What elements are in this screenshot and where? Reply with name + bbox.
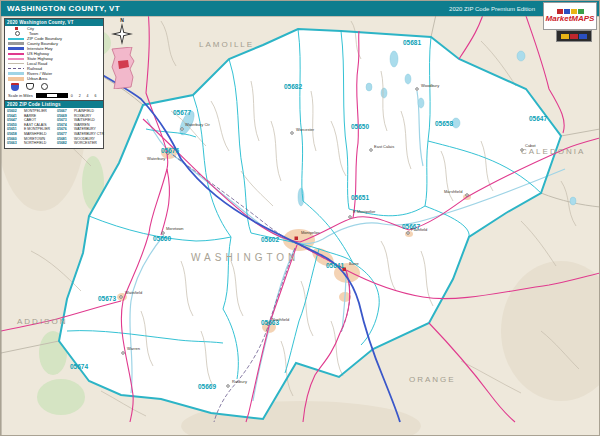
compass-rose: N — [111, 18, 133, 49]
scale-ticks: 0246 — [71, 94, 97, 98]
legend-item-label: Urban Area — [27, 76, 47, 81]
zip-listing-table: 05602MONTPELIER05667PLAINFIELD 05641BARR… — [5, 108, 103, 148]
local-road-swatch — [8, 63, 24, 64]
edition-label: 2020 ZIP Code Premium Edition — [449, 6, 535, 12]
interstate-shield-icon — [11, 83, 19, 91]
map-title: WASHINGTON COUNTY, VT — [7, 4, 120, 13]
state-highway-shield-icon — [41, 83, 48, 90]
county-boundary-swatch — [8, 42, 24, 45]
map-sheet: LAMOILLE CALEDONIA ADDISON ORANGE WASHIN… — [0, 0, 600, 436]
water-swatch — [8, 72, 24, 75]
scale-bar-graphic — [36, 93, 68, 98]
town-swatch — [15, 31, 20, 36]
interstate-swatch — [8, 47, 24, 50]
zip-listing-title: 2020 ZIP Code Listings — [5, 101, 103, 108]
title-bar: WASHINGTON COUNTY, VT 2020 ZIP Code Prem… — [1, 1, 599, 16]
legend-panel: 2020 Washington County, VT City Town ZIP… — [4, 18, 104, 101]
highway-shields-row — [5, 81, 103, 92]
us-highway-swatch — [8, 53, 24, 55]
state-highway-swatch — [8, 58, 24, 60]
urban-area-swatch — [8, 77, 24, 81]
compass-star-icon — [111, 23, 133, 45]
publisher-badge — [556, 30, 592, 42]
zip-boundary-swatch — [8, 38, 24, 40]
legend-title: 2020 Washington County, VT — [5, 19, 103, 26]
scale-bar: Scale in Miles 0246 — [5, 92, 103, 100]
logo-wordmark: MarketMAPS — [546, 15, 595, 23]
marketmaps-logo: MarketMAPS — [543, 2, 597, 30]
railroad-swatch — [8, 68, 24, 70]
zip-listing-panel: 2020 ZIP Code Listings 05602MONTPELIER05… — [4, 100, 104, 149]
state-locator-inset — [106, 47, 138, 93]
city-swatch — [15, 27, 18, 30]
us-highway-shield-icon — [26, 83, 34, 90]
scale-label: Scale in Miles — [8, 93, 33, 98]
